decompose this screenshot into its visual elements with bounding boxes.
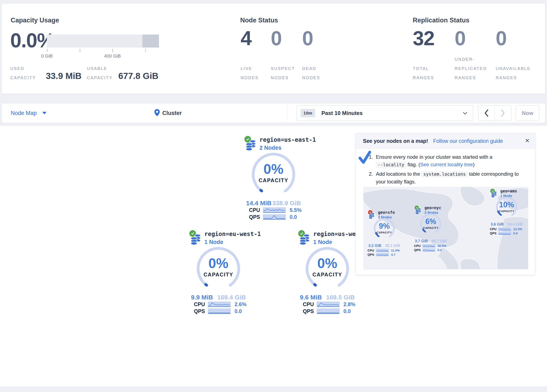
view-selector-dropdown[interactable]: Node Map: [11, 103, 47, 123]
cpu-label: CPU: [303, 301, 317, 307]
configuration-guide-link[interactable]: Follow our configuration guide: [433, 138, 503, 144]
cpu-sparkline: [376, 249, 389, 252]
cpu-metric-row: CPU 12.3%: [490, 227, 522, 231]
capacity-values: 9.6 MiB 169.5 GiB: [300, 294, 355, 301]
cluster-summary-bar: Capacity Usage 0.0% 0 GiB 400 GiB USED C…: [2, 3, 545, 94]
location-pin-icon: [154, 109, 160, 117]
now-button[interactable]: Now: [516, 105, 539, 121]
qps-metric-row: QPS 0.0: [194, 308, 242, 314]
system-locations-code: system.locations: [421, 171, 467, 177]
replication-status-title: Replication Status: [413, 17, 469, 24]
capacity-axis-tick: [47, 49, 47, 52]
qps-metric-row: QPS 0.0: [414, 248, 442, 252]
capacity-caption: CAPACITY: [372, 231, 397, 234]
capacity-caption: CAPACITY: [303, 272, 352, 278]
under-replicated-ranges-label: UNDER- REPLICATED RANGES: [455, 55, 487, 82]
time-range-dropdown[interactable]: 10m Past 10 Minutes: [297, 105, 473, 121]
used-capacity: 3.6 GiB: [491, 222, 504, 227]
used-capacity: 3.7 GiB: [415, 239, 428, 243]
qps-metric-row: QPS 4.7: [368, 253, 395, 256]
capacity-usage-title: Capacity Usage: [11, 17, 59, 24]
qps-sparkline: [317, 309, 340, 314]
capacity-caption: CAPACITY: [194, 272, 243, 278]
view-selector-label: Node Map: [11, 110, 37, 117]
time-range-label: Past 10 Minutes: [321, 110, 363, 117]
capacity-axis-label-0: 0 GiB: [34, 53, 60, 59]
capacity-percent: 0%: [249, 161, 298, 177]
cpu-label: CPU: [194, 301, 208, 307]
used-capacity: 9.6 MiB: [300, 294, 322, 301]
bottom-strip: [0, 386, 547, 392]
qps-label: QPS: [194, 308, 208, 314]
database-stack-icon: [246, 139, 256, 152]
setup-step-2: 2. Add locations to the system.locations…: [369, 170, 524, 186]
total-capacity: 169.4 GiB: [217, 294, 246, 301]
node-status-title: Node Status: [240, 17, 278, 24]
usable-capacity-label: USABLE CAPACITY: [87, 64, 113, 82]
used-capacity: 9.9 MiB: [191, 294, 213, 301]
time-back-button[interactable]: [478, 106, 495, 121]
qps-metric-row: QPS 0.0: [490, 231, 518, 235]
cpu-value: 2.6%: [234, 301, 246, 307]
chevron-down-icon: [463, 112, 467, 116]
cpu-sparkline: [498, 227, 511, 231]
total-capacity: 338.9 GiB: [272, 199, 301, 207]
node-count-link[interactable]: 1 Node: [204, 239, 261, 245]
time-forward-button[interactable]: [495, 106, 511, 121]
tooltip-title: See your nodes on a map!: [363, 138, 428, 144]
cpu-value: 2.8%: [343, 301, 356, 307]
cpu-metric-row: CPU 11.0%: [368, 248, 400, 252]
locality-flag-code: --locality: [376, 162, 406, 168]
time-range-badge: 10m: [301, 109, 315, 117]
view-toolbar: Node Map Cluster 10m Past 10 Minutes No: [2, 103, 545, 123]
capacity-values: 9.9 MiB 169.4 GiB: [191, 294, 246, 301]
cpu-metric-row: CPU 2.8%: [303, 301, 356, 307]
capacity-gauge: 10% CAPACITY 3.6 GiB 34.4 GiB: [494, 196, 519, 218]
capacity-gauge: 9% CAPACITY 3.2 GiB 35.1 GiB: [372, 217, 397, 239]
total-capacity: 65.7 GiB: [432, 239, 447, 243]
locality-tree-link[interactable]: See current locality tree: [420, 162, 473, 167]
locality-name: geo=nyc: [424, 206, 441, 210]
capacity-percent: 9%: [372, 222, 397, 231]
qps-sparkline: [498, 232, 511, 235]
used-capacity: 14.4 MiB: [246, 199, 272, 207]
database-stack-icon: [300, 233, 310, 246]
qps-metric-row: QPS 0.0: [249, 214, 297, 220]
qps-value: 0.0: [234, 308, 242, 314]
breadcrumb[interactable]: Cluster: [154, 103, 182, 123]
cpu-metric-row: CPU 2.6%: [194, 301, 246, 307]
suspect-nodes-label: SUSPECT NODES: [271, 64, 295, 82]
qps-metric-row: QPS 0.0: [303, 308, 351, 314]
capacity-usage-bar: [47, 34, 159, 48]
capacity-gauge: 6% CAPACITY 3.7 GiB 65.7 GiB: [418, 213, 443, 234]
close-icon[interactable]: ✕: [525, 137, 530, 144]
capacity-values: 14.4 MiB 338.9 GiB: [246, 199, 301, 207]
total-ranges-label: TOTAL RANGES: [413, 64, 434, 82]
qps-label: QPS: [303, 308, 317, 314]
unavailable-ranges-label: UNAVAILABLE RANGES: [496, 64, 531, 82]
capacity-gauge: 0% CAPACITY 9.9 MiB 169.4 GiB: [194, 246, 243, 291]
capacity-gauge: 0% CAPACITY 9.6 MiB 169.5 GiB: [303, 246, 352, 291]
total-capacity: 34.4 GiB: [507, 222, 522, 227]
node-count-link[interactable]: 2 Nodes: [260, 145, 316, 151]
region-name: region=us-east-1: [260, 136, 316, 143]
map-configuration-tooltip: See your nodes on a map! Follow our conf…: [356, 133, 535, 275]
cpu-metric-row: CPU 42.5%: [414, 244, 446, 248]
time-range-nav: [478, 105, 511, 121]
cpu-sparkline: [317, 302, 340, 307]
under-replicated-ranges-value: 0: [455, 28, 465, 48]
qps-label: QPS: [249, 214, 263, 220]
capacity-caption: CAPACITY: [249, 177, 298, 183]
used-capacity-label: USED CAPACITY: [10, 64, 36, 82]
capacity-percent: 10%: [494, 200, 519, 209]
qps-sparkline: [422, 248, 435, 252]
capacity-percent: 0%: [194, 255, 243, 271]
unavailable-ranges-value: 0: [496, 28, 506, 48]
cpu-sparkline: [422, 244, 435, 248]
capacity-caption: CAPACITY: [494, 210, 519, 213]
cpu-sparkline: [263, 207, 286, 213]
capacity-caption: CAPACITY: [418, 226, 443, 229]
capacity-axis-tick: [112, 49, 113, 52]
setup-step-1: 1. Ensure every node in your cluster was…: [369, 153, 524, 169]
dead-nodes-value: 0: [302, 28, 313, 48]
